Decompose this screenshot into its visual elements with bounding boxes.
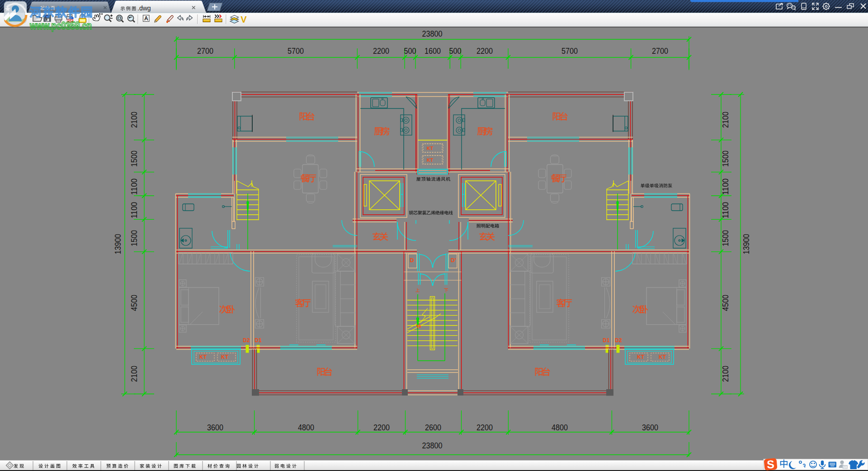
svg-text:1500: 1500 xyxy=(129,151,139,167)
svg-text:500: 500 xyxy=(404,46,416,56)
svg-text:D: D xyxy=(410,257,414,264)
svg-text:4500: 4500 xyxy=(721,295,730,311)
svg-text:2200: 2200 xyxy=(476,46,493,56)
svg-text:2700: 2700 xyxy=(652,46,668,56)
svg-text:KT: KT xyxy=(659,354,666,360)
svg-text:KT: KT xyxy=(221,354,229,360)
svg-text:www.pc0359.cn: www.pc0359.cn xyxy=(29,19,92,32)
svg-text:2600: 2600 xyxy=(425,423,441,432)
svg-text:2100: 2100 xyxy=(721,112,730,128)
svg-text:2200: 2200 xyxy=(373,46,389,56)
svg-text:D1: D1 xyxy=(603,337,610,344)
svg-text:2100: 2100 xyxy=(129,366,139,382)
svg-text:2200: 2200 xyxy=(373,423,390,432)
svg-text:3600: 3600 xyxy=(207,423,223,432)
svg-text:S: S xyxy=(767,458,775,471)
svg-text:2100: 2100 xyxy=(129,112,139,128)
svg-text:A: A xyxy=(144,15,148,22)
svg-text:2200: 2200 xyxy=(476,423,493,432)
svg-text:1500: 1500 xyxy=(721,230,730,246)
svg-text:13900: 13900 xyxy=(741,234,751,254)
svg-text:D1: D1 xyxy=(255,337,262,344)
svg-text:1500: 1500 xyxy=(129,230,139,246)
svg-text:KT: KT xyxy=(427,157,434,163)
svg-text:23800: 23800 xyxy=(422,441,443,450)
svg-text:2100: 2100 xyxy=(721,366,730,382)
svg-text:3600: 3600 xyxy=(642,423,658,432)
svg-text:D2: D2 xyxy=(615,337,622,344)
svg-text:4500: 4500 xyxy=(129,295,139,311)
svg-text:D2: D2 xyxy=(243,337,250,344)
svg-text:4800: 4800 xyxy=(298,423,314,432)
svg-text:1500: 1500 xyxy=(721,151,730,167)
svg-text:13900: 13900 xyxy=(113,234,123,254)
svg-text:1600: 1600 xyxy=(425,46,441,56)
svg-text:KT: KT xyxy=(637,354,645,360)
svg-text:1100: 1100 xyxy=(721,179,730,195)
svg-text:D': D' xyxy=(451,257,456,264)
svg-text:5700: 5700 xyxy=(561,46,578,56)
svg-text:V: V xyxy=(241,14,247,24)
svg-text:.dwg: .dwg xyxy=(137,5,151,12)
svg-text:23800: 23800 xyxy=(422,29,443,38)
svg-text:1100: 1100 xyxy=(721,202,730,218)
svg-text:KT: KT xyxy=(199,354,207,360)
svg-text:500: 500 xyxy=(449,46,462,56)
svg-text:4800: 4800 xyxy=(552,423,568,432)
svg-text:2700: 2700 xyxy=(197,46,213,56)
svg-text:1100: 1100 xyxy=(129,179,139,195)
svg-text:5700: 5700 xyxy=(288,46,304,56)
svg-text:1100: 1100 xyxy=(129,202,139,218)
svg-text:10: 10 xyxy=(843,465,847,469)
svg-text:KT: KT xyxy=(427,146,434,151)
